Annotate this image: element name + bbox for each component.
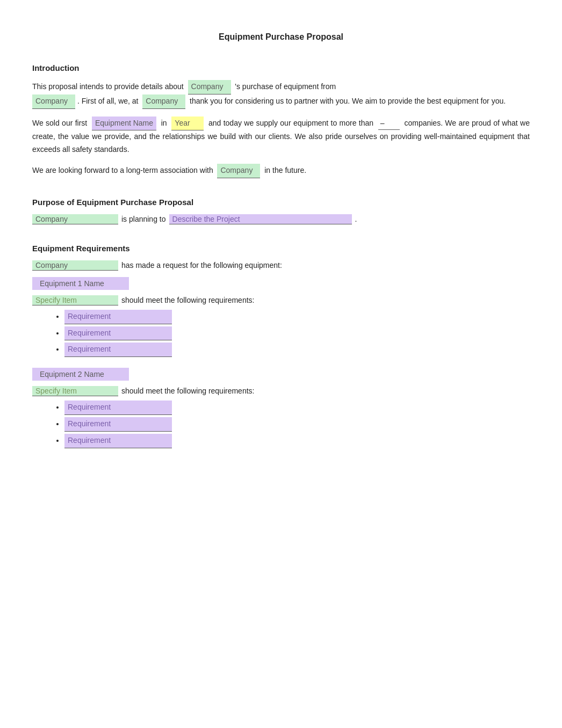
specify-item-1-field[interactable]: Specify Item — [32, 295, 118, 305]
list-item: Requirement — [64, 310, 530, 324]
purpose-period: . — [355, 215, 357, 223]
intro-p3-text2: in the future. — [264, 166, 306, 174]
company-field-3[interactable]: Company — [142, 94, 185, 109]
intro-p1-text1: This proposal intends to provide details… — [32, 82, 184, 91]
intro-para-3: We are looking forward to a long-term as… — [32, 164, 530, 178]
page-title: Equipment Purchase Proposal — [32, 32, 530, 42]
requirements-company-post: has made a request for the following equ… — [121, 261, 282, 270]
equipment-1-requirements-list: Requirement Requirement Requirement — [32, 310, 530, 357]
introduction-section: Introduction This proposal intends to pr… — [32, 63, 530, 178]
dash-field[interactable]: – — [378, 117, 400, 130]
equipment-2-block: Equipment 2 Name Specify Item should mee… — [32, 368, 530, 448]
company-field-4[interactable]: Company — [217, 164, 260, 178]
equipment-requirements-heading: Equipment Requirements — [32, 244, 530, 253]
list-item: Requirement — [64, 434, 530, 448]
company-field-1[interactable]: Company — [188, 80, 231, 94]
intro-p1-text3: . First of all, we, at — [77, 97, 139, 105]
purpose-company-field[interactable]: Company — [32, 214, 118, 224]
equipment-requirements-section: Equipment Requirements Company has made … — [32, 244, 530, 448]
specify-item-2-post: should meet the following requirements: — [121, 387, 254, 395]
equipment-2-name[interactable]: Equipment 2 Name — [32, 368, 129, 381]
specify-item-2-line: Specify Item should meet the following r… — [32, 386, 530, 396]
equipment-1-block: Equipment 1 Name Specify Item should mee… — [32, 277, 530, 357]
year-field[interactable]: Year — [171, 117, 204, 131]
purpose-section: Purpose of Equipment Purchase Proposal C… — [32, 198, 530, 224]
req-1-3-field[interactable]: Requirement — [64, 343, 172, 357]
req-2-2-field[interactable]: Requirement — [64, 417, 172, 432]
specify-item-2-field[interactable]: Specify Item — [32, 386, 118, 396]
intro-p1-text4: thank you for considering us to partner … — [190, 97, 506, 105]
req-2-1-field[interactable]: Requirement — [64, 401, 172, 415]
intro-p2-text3: and today we supply our equipment to mor… — [208, 119, 373, 127]
intro-para-2: We sold our first Equipment Name in Year… — [32, 117, 530, 156]
list-item: Requirement — [64, 326, 530, 341]
purpose-mid-text: is planning to — [121, 215, 166, 223]
intro-p3-text1: We are looking forward to a long-term as… — [32, 166, 213, 174]
requirements-company-field[interactable]: Company — [32, 260, 118, 271]
introduction-heading: Introduction — [32, 63, 530, 72]
specify-item-1-line: Specify Item should meet the following r… — [32, 295, 530, 305]
purpose-project-field[interactable]: Describe the Project — [169, 214, 352, 224]
purpose-line: Company is planning to Describe the Proj… — [32, 214, 530, 224]
specify-item-1-post: should meet the following requirements: — [121, 296, 254, 304]
list-item: Requirement — [64, 401, 530, 415]
req-1-2-field[interactable]: Requirement — [64, 326, 172, 341]
company-field-2[interactable]: Company — [32, 94, 75, 109]
intro-para-1: This proposal intends to provide details… — [32, 80, 530, 109]
req-2-3-field[interactable]: Requirement — [64, 434, 172, 448]
equipment-name-field[interactable]: Equipment Name — [92, 117, 156, 131]
company-req-line: Company has made a request for the follo… — [32, 260, 530, 271]
intro-p2-text1: We sold our first — [32, 119, 87, 127]
intro-p1-text2: 's purchase of equipment from — [235, 82, 336, 91]
list-item: Requirement — [64, 343, 530, 357]
list-item: Requirement — [64, 417, 530, 432]
equipment-1-name[interactable]: Equipment 1 Name — [32, 277, 129, 290]
equipment-2-requirements-list: Requirement Requirement Requirement — [32, 401, 530, 448]
intro-p2-text2: in — [161, 119, 167, 127]
req-1-1-field[interactable]: Requirement — [64, 310, 172, 324]
purpose-heading: Purpose of Equipment Purchase Proposal — [32, 198, 530, 207]
